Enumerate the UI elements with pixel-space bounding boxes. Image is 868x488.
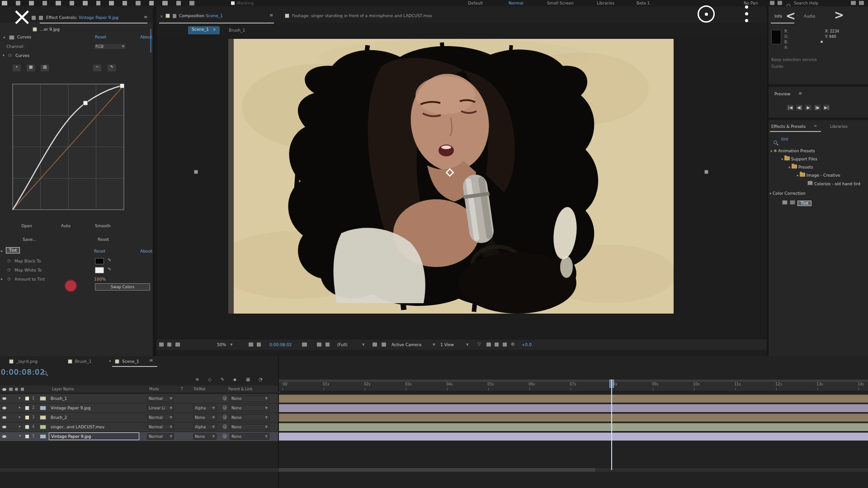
layer-label-chip[interactable] bbox=[25, 406, 29, 410]
curve-large-grid-icon[interactable]: ▧ bbox=[40, 64, 49, 72]
tree-item-image-creative[interactable]: ▾ Image - Creative bbox=[797, 173, 840, 178]
map-black-stopwatch-icon[interactable]: ◷ bbox=[7, 258, 11, 263]
timeline-tab-brush1[interactable]: Brush_1 bbox=[75, 359, 91, 364]
pan-behind-tool-icon[interactable] bbox=[70, 1, 74, 5]
exposure-gear-icon[interactable]: ⚙ bbox=[511, 342, 515, 347]
workspace-normal[interactable]: Normal bbox=[509, 0, 524, 6]
panel-grid-icon[interactable] bbox=[770, 1, 774, 5]
eraser-tool-icon[interactable] bbox=[149, 1, 154, 5]
curve-point-tool-icon[interactable]: • bbox=[12, 64, 21, 72]
draft3d-icon[interactable] bbox=[167, 343, 171, 347]
layer-bar-brush1[interactable] bbox=[279, 394, 868, 403]
mode-dropdown[interactable]: Normal▼ bbox=[147, 433, 174, 440]
tint-twirl-icon[interactable]: ▸ bbox=[1, 249, 3, 254]
parent-pickwhip-icon[interactable]: @ bbox=[222, 433, 227, 439]
panel-splitter-left[interactable] bbox=[153, 6, 156, 356]
layer-handle-right[interactable] bbox=[704, 170, 708, 174]
trkmat-dropdown[interactable]: Alpha▼ bbox=[193, 424, 217, 430]
type-tool-icon[interactable] bbox=[109, 1, 114, 5]
curves-editor[interactable] bbox=[12, 84, 124, 210]
timeline-tab-scene1[interactable]: Scene_1 bbox=[122, 359, 139, 364]
panel-lock-icon[interactable] bbox=[39, 16, 43, 20]
parent-pickwhip-icon[interactable]: @ bbox=[222, 424, 227, 429]
layer-name[interactable]: Vintage Paper 9.jpg bbox=[51, 405, 90, 411]
comp-lock-icon[interactable] bbox=[173, 14, 176, 18]
panel-menu-icon[interactable]: ≡ bbox=[144, 14, 147, 20]
col-trkmat[interactable]: TrkMat bbox=[193, 387, 206, 392]
frame-blending-icon[interactable]: ✎ bbox=[221, 377, 224, 382]
layer-row-2[interactable]: ▸ 2 Vintage Paper 9.jpg Linear Li▼ Alpha… bbox=[0, 404, 278, 413]
selection-tool-icon[interactable] bbox=[2, 1, 7, 5]
timeline-button-icon[interactable] bbox=[495, 343, 499, 347]
exposure-value[interactable]: +0.0 bbox=[522, 342, 532, 347]
tree-twirl-icon[interactable]: ▾ bbox=[781, 157, 783, 161]
pen-tool-icon[interactable] bbox=[96, 1, 100, 5]
map-black-swatch[interactable] bbox=[95, 258, 104, 264]
tab-audio[interactable]: Audio bbox=[804, 14, 816, 19]
layer-name[interactable]: singer...and LADCUST.mov bbox=[51, 424, 104, 430]
rotate-tool-icon[interactable] bbox=[42, 1, 47, 5]
layer-label-chip[interactable] bbox=[25, 434, 29, 439]
tree-twirl-icon[interactable]: ▾ bbox=[769, 192, 771, 196]
mode-dropdown[interactable]: Normal▼ bbox=[147, 414, 174, 421]
layer-name[interactable]: Brush_2 bbox=[51, 415, 67, 420]
fast-preview-icon[interactable] bbox=[486, 343, 491, 347]
workspace-beta[interactable]: Beta 1 bbox=[637, 0, 650, 6]
effects-search-input[interactable]: tint bbox=[781, 136, 788, 142]
layer-twirl-icon[interactable]: ▸ bbox=[19, 395, 21, 401]
layer-bar-brush2[interactable] bbox=[279, 413, 868, 422]
parent-dropdown[interactable]: None▼ bbox=[230, 424, 269, 430]
channels-icon[interactable] bbox=[326, 343, 330, 347]
layer-row-3[interactable]: ▸ 3 Brush_2 Normal▼ None▼ @ None▼ bbox=[0, 413, 278, 422]
curves-twirl-icon[interactable]: ▸ bbox=[4, 35, 5, 40]
preview-quality-icon[interactable] bbox=[175, 343, 180, 347]
panel-list-icon[interactable] bbox=[778, 1, 782, 5]
previous-frame-button[interactable]: ◀| bbox=[796, 104, 803, 111]
layer-label-chip[interactable] bbox=[25, 396, 29, 401]
layer-visibility-toggle[interactable] bbox=[2, 397, 6, 400]
curves-smooth-button[interactable]: Smooth bbox=[95, 224, 111, 228]
col-parent[interactable]: Parent & Link bbox=[228, 387, 252, 392]
right-panel-divider-2[interactable] bbox=[769, 117, 868, 120]
tree-item-tint-effect[interactable]: Tint bbox=[782, 198, 811, 206]
first-frame-button[interactable]: |◀ bbox=[787, 104, 794, 111]
brush-tool-icon[interactable] bbox=[123, 1, 127, 5]
parent-pickwhip-icon[interactable]: @ bbox=[222, 395, 227, 401]
tree-item-animation-presets[interactable]: ▾ ✱ Animation Presets bbox=[770, 148, 815, 154]
menu-icon[interactable] bbox=[859, 1, 864, 5]
channel-dropdown[interactable]: RGB▼ bbox=[94, 43, 126, 50]
parent-dropdown[interactable]: None▼ bbox=[230, 395, 269, 402]
tree-item-color-correction[interactable]: ▾ Color Correction bbox=[769, 191, 806, 197]
pixel-aspect-icon[interactable]: ▽ bbox=[477, 342, 481, 347]
zoom-level-dropdown[interactable]: 50% bbox=[217, 342, 226, 347]
layer-bar-vintage-paper-selected[interactable] bbox=[279, 432, 868, 441]
clone-stamp-tool-icon[interactable] bbox=[136, 1, 141, 5]
layer-name-edit-field[interactable]: Vintage Paper 9.jpg bbox=[49, 432, 139, 440]
flowchart-icon[interactable] bbox=[159, 343, 164, 347]
view-layout-dropdown[interactable]: 1 View bbox=[440, 342, 454, 347]
layer-bar-singer[interactable] bbox=[279, 423, 868, 431]
layer-row-5[interactable]: ▾ 5 Vintage Paper 9.jpg Normal▼ None▼ @ … bbox=[0, 432, 278, 441]
workspace-default[interactable]: Default bbox=[468, 0, 483, 6]
mask-visibility-icon[interactable] bbox=[257, 343, 261, 347]
effects-panel-menu-icon[interactable]: ≡ bbox=[814, 123, 817, 129]
mode-dropdown[interactable]: Normal▼ bbox=[147, 395, 174, 402]
curves-group-twirl-icon[interactable]: ▾ bbox=[3, 53, 5, 58]
workspace-libraries[interactable]: Libraries bbox=[597, 0, 614, 6]
snapshot-icon[interactable] bbox=[302, 343, 307, 347]
map-white-stopwatch-icon[interactable]: ◷ bbox=[7, 267, 11, 272]
preview-menu-icon[interactable]: ≡ bbox=[798, 91, 802, 96]
mode-dropdown[interactable]: Normal▼ bbox=[147, 424, 174, 430]
tint-effect-selected[interactable]: Tint bbox=[797, 201, 811, 206]
playhead-line[interactable] bbox=[611, 380, 612, 470]
layer-name[interactable]: Brush_1 bbox=[51, 396, 67, 401]
curves-effect-name[interactable]: Curves bbox=[17, 34, 31, 40]
layer-visibility-toggle[interactable] bbox=[2, 416, 6, 419]
brainstorm-icon[interactable]: ◔ bbox=[259, 377, 263, 382]
trkmat-dropdown[interactable]: None▼ bbox=[193, 433, 217, 440]
masking-checkbox-icon[interactable] bbox=[231, 1, 235, 5]
parent-pickwhip-icon[interactable]: @ bbox=[222, 414, 227, 420]
tree-item-colorize-preset[interactable]: Colorize - old hand tint bbox=[807, 181, 860, 187]
layer-twirl-icon[interactable]: ▸ bbox=[19, 414, 21, 420]
camera-dropdown[interactable]: Active Camera bbox=[392, 342, 421, 347]
